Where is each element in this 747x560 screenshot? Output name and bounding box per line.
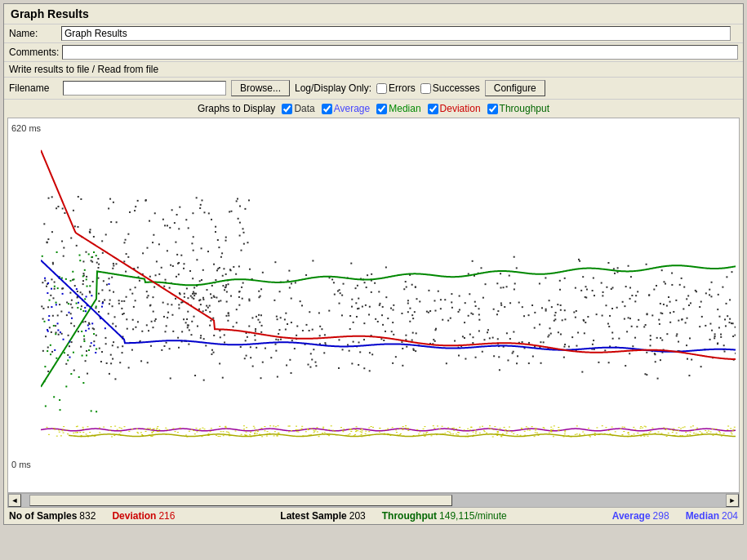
average-value: 298: [653, 510, 669, 522]
status-center: Latest Sample 203 Throughput 149,115/min…: [280, 510, 506, 522]
scroll-right-arrow[interactable]: ►: [726, 494, 739, 507]
comments-row: Comments:: [4, 43, 743, 62]
throughput-checkbox-label[interactable]: Throughput: [487, 103, 549, 114]
graphs-display-row: Graphs to Display Data Average Median De…: [4, 100, 743, 118]
scroll-track[interactable]: [21, 494, 726, 507]
deviation-checkbox-label[interactable]: Deviation: [428, 103, 481, 114]
file-section-label: Write results to file / Read from file: [4, 62, 743, 78]
comments-input[interactable]: [62, 45, 738, 60]
data-checkbox[interactable]: [282, 104, 292, 114]
status-right: Average 298 Median 204: [612, 510, 738, 522]
configure-button[interactable]: Configure: [485, 80, 545, 96]
latest-sample-label: Latest Sample: [280, 510, 346, 522]
scroll-left-arrow[interactable]: ◄: [8, 494, 21, 507]
throughput-stat: Throughput 149,115/minute: [382, 510, 507, 522]
deviation-label: Deviation: [112, 510, 156, 522]
status-bar: No of Samples 832 Deviation 216 Latest S…: [4, 508, 743, 524]
graph-canvas: [41, 118, 736, 492]
average-stat: Average 298: [612, 510, 669, 522]
name-label: Name:: [9, 28, 58, 39]
errors-checkbox[interactable]: [376, 83, 387, 94]
browse-button[interactable]: Browse...: [231, 80, 290, 96]
average-label: Average: [612, 510, 651, 522]
deviation-value: 216: [158, 510, 175, 522]
deviation-stat: Deviation 216: [112, 510, 175, 522]
samples-value: 832: [79, 510, 96, 522]
median-checkbox-label[interactable]: Median: [376, 103, 420, 114]
average-checkbox[interactable]: [322, 104, 332, 114]
filename-label: Filename: [9, 82, 58, 94]
graphs-to-display-label: Graphs to Display: [198, 103, 275, 114]
comments-label: Comments:: [9, 47, 59, 58]
throughput-value: 149,115/minute: [439, 510, 507, 522]
samples-label: No of Samples: [9, 510, 77, 522]
name-input[interactable]: [61, 26, 731, 41]
median-checkbox[interactable]: [376, 104, 387, 114]
throughput-label: Throughput: [382, 510, 437, 522]
status-left: No of Samples 832 Deviation 216: [9, 510, 175, 522]
y-axis-bottom: 0 ms: [11, 460, 31, 469]
main-window: Graph Results Name: Comments: Write resu…: [3, 3, 744, 525]
latest-sample-value: 203: [349, 510, 366, 522]
average-checkbox-label[interactable]: Average: [322, 103, 370, 114]
log-display-label: Log/Display Only:: [295, 82, 371, 94]
y-axis-top: 620 ms: [11, 123, 41, 133]
median-value: 204: [722, 510, 738, 522]
latest-sample-stat: Latest Sample 203: [280, 510, 365, 522]
file-toolbar: Filename Browse... Log/Display Only: Err…: [4, 78, 743, 100]
samples-stat: No of Samples 832: [9, 510, 96, 522]
filename-input[interactable]: [63, 81, 226, 96]
data-checkbox-label[interactable]: Data: [282, 103, 314, 114]
scrollbar[interactable]: ◄ ►: [7, 493, 740, 508]
name-row: Name:: [4, 24, 743, 43]
window-title: Graph Results: [4, 4, 743, 24]
median-label: Median: [686, 510, 719, 522]
chart-area: 620 ms 0 ms: [7, 118, 740, 493]
errors-checkbox-label[interactable]: Errors: [376, 82, 416, 94]
scroll-thumb[interactable]: [29, 495, 452, 506]
successes-checkbox[interactable]: [420, 83, 431, 94]
throughput-checkbox[interactable]: [487, 104, 498, 114]
successes-checkbox-label[interactable]: Successes: [420, 82, 480, 94]
title-text: Graph Results: [11, 7, 89, 20]
deviation-checkbox[interactable]: [428, 104, 438, 114]
median-stat: Median 204: [686, 510, 738, 522]
